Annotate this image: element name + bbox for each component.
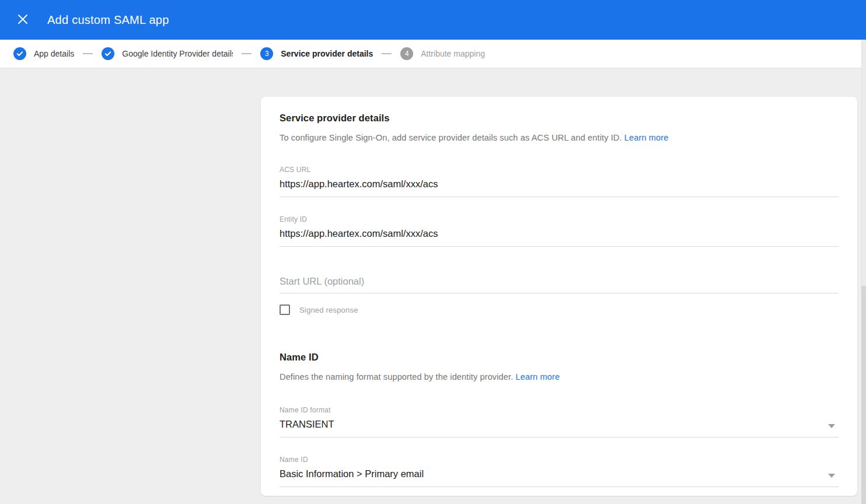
step-label: Google Identity Provider details	[122, 49, 233, 58]
name-id-select[interactable]: Basic Information > Primary email	[280, 464, 839, 487]
entity-id-label: Entity ID	[280, 215, 839, 223]
signed-response-checkbox[interactable]	[280, 304, 290, 315]
acs-url-field-group: ACS URL	[280, 166, 839, 197]
start-url-input[interactable]	[280, 276, 839, 293]
step-google-idp-details[interactable]: Google Identity Provider details	[102, 47, 233, 60]
name-id-format-label: Name ID format	[280, 406, 839, 414]
entity-id-input[interactable]	[280, 223, 839, 247]
section-description: To configure Single Sign-On, add service…	[280, 133, 839, 142]
acs-url-input[interactable]	[280, 174, 839, 197]
step-complete-check-icon	[13, 47, 26, 60]
close-icon	[18, 14, 28, 26]
step-attribute-mapping[interactable]: 4 Attribute mapping	[400, 47, 485, 60]
section-title-service-provider: Service provider details	[280, 113, 839, 124]
scrollbar-thumb[interactable]	[861, 286, 866, 504]
close-button[interactable]	[12, 9, 33, 30]
acs-url-label: ACS URL	[280, 166, 839, 174]
entity-id-field-group: Entity ID	[280, 215, 839, 247]
step-number-badge: 3	[260, 47, 273, 60]
signed-response-label: Signed response	[299, 306, 358, 314]
name-id-label: Name ID	[280, 456, 839, 464]
chevron-down-icon	[828, 474, 835, 478]
step-connector	[83, 53, 93, 54]
learn-more-link[interactable]: Learn more	[516, 372, 560, 382]
dialog-title: Add custom SAML app	[47, 13, 169, 27]
learn-more-link[interactable]: Learn more	[624, 133, 669, 142]
name-id-field-group: Name ID Basic Information > Primary emai…	[280, 456, 839, 487]
step-connector	[382, 53, 392, 54]
step-label: Service provider details	[281, 49, 373, 58]
dialog-body: Service provider details To configure Si…	[0, 68, 866, 504]
dialog-header: Add custom SAML app	[0, 0, 866, 40]
step-service-provider-details[interactable]: 3 Service provider details	[260, 47, 373, 60]
signed-response-row: Signed response	[280, 304, 839, 315]
service-provider-card: Service provider details To configure Si…	[261, 97, 857, 496]
section-title-name-id: Name ID	[280, 352, 839, 363]
step-number-badge: 4	[400, 47, 413, 60]
step-label: App details	[34, 49, 74, 58]
wizard-stepper: App details Google Identity Provider det…	[0, 40, 866, 68]
scrollbar-track	[861, 40, 866, 504]
step-label: Attribute mapping	[421, 49, 485, 58]
step-app-details[interactable]: App details	[13, 47, 74, 60]
name-id-format-value: TRANSIENT	[280, 414, 839, 438]
name-id-format-select[interactable]: TRANSIENT	[280, 414, 839, 438]
start-url-field-group	[280, 276, 839, 293]
name-id-format-field-group: Name ID format TRANSIENT	[280, 406, 839, 438]
name-id-value: Basic Information > Primary email	[280, 464, 839, 487]
step-complete-check-icon	[102, 47, 114, 60]
step-connector	[242, 53, 252, 54]
chevron-down-icon	[828, 424, 835, 428]
section-description: Defines the naming format supported by t…	[280, 372, 839, 382]
section-description-text: To configure Single Sign-On, add service…	[280, 133, 622, 142]
section-description-text: Defines the naming format supported by t…	[280, 372, 513, 382]
